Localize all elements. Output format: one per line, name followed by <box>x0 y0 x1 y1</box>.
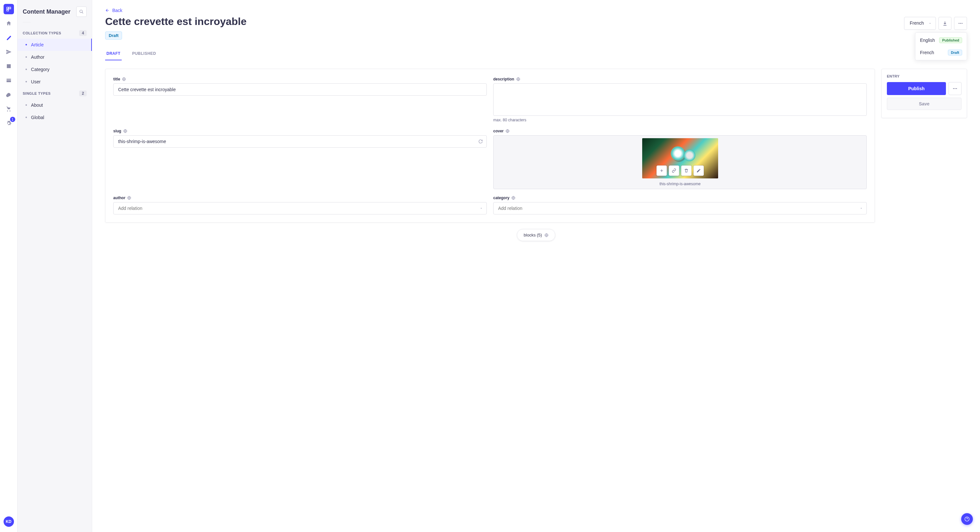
locale-selector[interactable]: French <box>904 17 936 30</box>
regenerate-icon[interactable] <box>478 139 483 144</box>
entry-side-card: ENTRY Publish Save <box>881 69 967 118</box>
more-actions-button[interactable] <box>954 17 967 30</box>
page-title: Cette crevette est incroyable <box>105 16 967 28</box>
svg-point-1 <box>959 23 959 24</box>
cover-box: this-shrimp-is-awesome <box>493 135 867 189</box>
tabs: DRAFT PUBLISHED <box>105 49 967 61</box>
chevron-down-icon <box>928 22 932 25</box>
description-hint: max. 80 characters <box>493 118 867 122</box>
blocks-pill[interactable]: blocks (5) <box>517 229 555 241</box>
cover-delete-icon[interactable] <box>681 165 692 176</box>
entry-more-button[interactable] <box>948 82 961 95</box>
builder-icon[interactable] <box>3 75 14 86</box>
save-button[interactable]: Save <box>887 98 961 110</box>
svg-point-2 <box>960 23 961 24</box>
svg-point-12 <box>956 88 957 89</box>
globe-icon <box>123 129 127 133</box>
cover-image[interactable] <box>642 138 718 178</box>
back-link[interactable]: Back <box>105 8 123 13</box>
title-input[interactable] <box>113 83 487 96</box>
globe-icon <box>511 196 515 200</box>
cover-caption: this-shrimp-is-awesome <box>659 182 701 186</box>
globe-icon <box>506 129 509 133</box>
plugins-icon[interactable] <box>3 89 14 100</box>
globe-icon <box>122 77 126 81</box>
cover-add-icon[interactable] <box>657 165 667 176</box>
svg-point-10 <box>953 88 954 89</box>
description-input[interactable] <box>493 83 867 116</box>
search-button[interactable] <box>76 6 87 17</box>
marketplace-icon[interactable] <box>3 104 14 114</box>
home-icon[interactable] <box>3 18 14 29</box>
main-content: Back Cette crevette est incroyable Draft… <box>92 0 980 532</box>
sidebar-title: Content Manager <box>23 8 70 15</box>
description-label: description <box>493 77 867 81</box>
form-card: title description max. 80 characters <box>105 69 875 222</box>
divider <box>23 22 30 22</box>
content-icon[interactable] <box>3 32 14 43</box>
title-label: title <box>113 77 487 81</box>
tab-draft[interactable]: DRAFT <box>105 49 122 60</box>
svg-point-3 <box>961 23 963 24</box>
locale-option-french[interactable]: French Draft <box>915 46 967 59</box>
slug-label: slug <box>113 129 487 133</box>
sidebar-item-user[interactable]: User <box>18 76 92 88</box>
help-fab[interactable] <box>961 513 973 525</box>
media-icon[interactable] <box>3 61 14 71</box>
app-logo[interactable] <box>3 4 14 14</box>
svg-point-11 <box>955 88 956 89</box>
sidebar: Content Manager COLLECTION TYPES 4 Artic… <box>18 0 92 532</box>
sidebar-item-article[interactable]: Article <box>18 39 92 51</box>
collection-types-header: COLLECTION TYPES 4 <box>18 28 92 39</box>
icon-rail: 1 KD <box>0 0 18 532</box>
cover-link-icon[interactable] <box>669 165 679 176</box>
settings-icon[interactable]: 1 <box>3 118 14 129</box>
author-select[interactable] <box>113 202 487 214</box>
category-label: category <box>493 195 867 200</box>
category-select[interactable] <box>493 202 867 214</box>
svg-point-0 <box>80 10 83 13</box>
cover-edit-icon[interactable] <box>694 165 704 176</box>
sidebar-item-global[interactable]: Global <box>18 111 92 124</box>
publish-button[interactable]: Publish <box>887 82 946 95</box>
cover-label: cover <box>493 129 867 133</box>
locale-option-english[interactable]: English Published <box>915 34 967 46</box>
globe-icon <box>544 233 549 237</box>
download-button[interactable] <box>939 17 951 30</box>
globe-icon <box>127 196 131 200</box>
user-avatar[interactable]: KD <box>3 516 14 527</box>
author-label: author <box>113 195 487 200</box>
sidebar-item-category[interactable]: Category <box>18 63 92 76</box>
globe-icon <box>516 77 520 81</box>
send-icon[interactable] <box>3 47 14 57</box>
sidebar-item-author[interactable]: Author <box>18 51 92 63</box>
sidebar-item-about[interactable]: About <box>18 99 92 111</box>
settings-badge: 1 <box>10 117 15 122</box>
status-badge: Draft <box>105 32 122 40</box>
tab-published[interactable]: PUBLISHED <box>131 49 158 60</box>
locale-dropdown: English Published French Draft <box>915 32 967 60</box>
entry-label: ENTRY <box>887 74 961 78</box>
slug-input[interactable] <box>113 135 487 148</box>
single-types-header: SINGLE TYPES 2 <box>18 88 92 99</box>
